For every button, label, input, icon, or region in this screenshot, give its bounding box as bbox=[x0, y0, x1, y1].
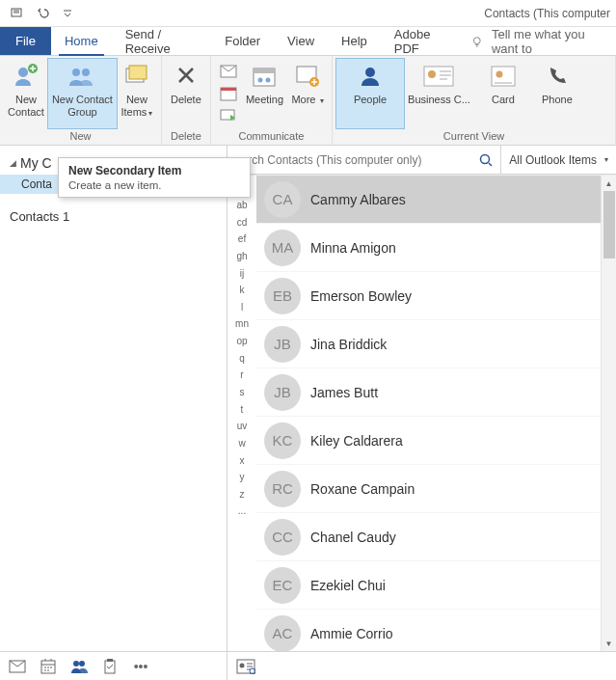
new-contact-group-button[interactable]: New Contact Group bbox=[48, 59, 117, 128]
alpha-mn[interactable]: mn bbox=[235, 315, 249, 333]
scrollbar[interactable]: ▲ ▼ bbox=[601, 176, 616, 651]
undo-icon[interactable] bbox=[31, 3, 54, 24]
content-pane: All Outlook Items ▾ 123abcdefghijklmnopq… bbox=[228, 146, 616, 680]
new-items-icon bbox=[121, 61, 153, 92]
tab-folder[interactable]: Folder bbox=[211, 27, 274, 55]
view-business-card-button[interactable]: Business C... bbox=[404, 59, 474, 128]
view-people-button[interactable]: People bbox=[336, 59, 404, 128]
search-box[interactable] bbox=[228, 146, 501, 174]
new-items-button[interactable]: New Items▾ bbox=[117, 59, 157, 128]
alpha-k[interactable]: k bbox=[240, 282, 245, 299]
search-icon[interactable] bbox=[475, 153, 496, 167]
svg-point-18 bbox=[365, 68, 375, 77]
contacts-list-wrap: 123abcdefghijklmnopqrstuvwxyz... CACammy… bbox=[228, 175, 616, 651]
alpha-w[interactable]: w bbox=[238, 435, 245, 452]
alpha-y[interactable]: y bbox=[240, 469, 245, 486]
alpha-ef[interactable]: ef bbox=[238, 231, 246, 248]
contact-row[interactable]: RCRoxane Campain bbox=[256, 465, 601, 513]
contact-row[interactable]: KCKiley Caldarera bbox=[256, 417, 601, 465]
scroll-thumb[interactable] bbox=[603, 191, 615, 258]
ribbon-group-current-view-label: Current View bbox=[333, 128, 615, 145]
alpha-r[interactable]: r bbox=[240, 367, 243, 384]
email-icon[interactable] bbox=[217, 61, 240, 82]
contact-card-icon[interactable] bbox=[233, 656, 258, 677]
new-contact-button[interactable]: New Contact bbox=[4, 59, 48, 128]
reading-pane-toolbar bbox=[228, 651, 616, 680]
navigation-pane: ◢ My C Conta Contacts 1 ••• bbox=[0, 146, 228, 680]
tab-send-receive[interactable]: Send / Receive bbox=[112, 27, 212, 55]
tell-me-label: Tell me what you want to bbox=[492, 27, 608, 56]
more-button[interactable]: More ▾ bbox=[287, 59, 328, 128]
phone-icon bbox=[541, 61, 574, 92]
meeting-button[interactable]: Meeting bbox=[242, 59, 287, 128]
forward-contact-icon[interactable] bbox=[217, 105, 240, 126]
contacts-list[interactable]: CACammy AlbaresMAMinna AmigonEBEmerson B… bbox=[256, 176, 601, 651]
view-card-button[interactable]: Card bbox=[474, 59, 532, 128]
qat-customize-icon[interactable] bbox=[56, 3, 79, 24]
ribbon-group-delete-label: Delete bbox=[162, 128, 210, 145]
contact-row[interactable]: CACammy Albares bbox=[256, 176, 601, 224]
contact-row[interactable]: CCChanel Caudy bbox=[256, 513, 601, 561]
business-card-icon bbox=[422, 61, 455, 92]
alpha-ab[interactable]: ab bbox=[236, 197, 247, 214]
alpha-...[interactable]: ... bbox=[238, 503, 246, 520]
avatar: AC bbox=[264, 615, 301, 652]
send-receive-all-icon[interactable] bbox=[6, 3, 29, 24]
calendar-switch-icon[interactable] bbox=[35, 655, 62, 678]
tab-home[interactable]: Home bbox=[51, 27, 112, 55]
tab-help[interactable]: Help bbox=[328, 27, 381, 55]
scroll-down-icon[interactable]: ▼ bbox=[602, 636, 616, 651]
mail-switch-icon[interactable] bbox=[4, 655, 31, 678]
svg-point-22 bbox=[495, 71, 502, 78]
people-switch-icon[interactable] bbox=[66, 655, 93, 678]
avatar: MA bbox=[264, 230, 301, 266]
nav-folder-contacts-1[interactable]: Contacts 1 bbox=[0, 194, 227, 230]
contact-name: Emerson Bowley bbox=[310, 288, 412, 304]
alpha-t[interactable]: t bbox=[241, 400, 244, 418]
contact-row[interactable]: ECEzekiel Chui bbox=[256, 561, 601, 610]
window-title: Contacts (This computer bbox=[484, 7, 610, 20]
contact-row[interactable]: EBEmerson Bowley bbox=[256, 272, 601, 320]
search-input[interactable] bbox=[235, 153, 475, 167]
avatar: CA bbox=[264, 181, 301, 218]
contact-row[interactable]: JBJames Butt bbox=[256, 368, 601, 417]
contact-row[interactable]: ACAmmie Corrio bbox=[256, 610, 601, 651]
svg-rect-28 bbox=[107, 659, 113, 662]
svg-point-14 bbox=[258, 78, 263, 83]
ribbon-group-new-label: New bbox=[0, 128, 161, 145]
svg-point-4 bbox=[72, 68, 80, 76]
alpha-s[interactable]: s bbox=[240, 384, 245, 401]
delete-button[interactable]: Delete bbox=[166, 59, 206, 128]
view-phone-button[interactable]: Phone bbox=[532, 59, 582, 128]
alpha-uv[interactable]: uv bbox=[237, 418, 248, 435]
tab-file[interactable]: File bbox=[0, 27, 51, 55]
svg-rect-7 bbox=[129, 66, 147, 79]
alpha-op[interactable]: op bbox=[236, 333, 247, 350]
alpha-z[interactable]: z bbox=[240, 486, 245, 503]
svg-point-15 bbox=[266, 78, 271, 83]
alpha-cd[interactable]: cd bbox=[237, 213, 248, 231]
alpha-x[interactable]: x bbox=[240, 451, 245, 469]
tab-adobe-pdf[interactable]: Adobe PDF bbox=[381, 27, 464, 55]
contact-row[interactable]: MAMinna Amigon bbox=[256, 224, 601, 272]
scope-dropdown[interactable]: All Outlook Items ▾ bbox=[501, 146, 616, 174]
contact-name: James Butt bbox=[310, 385, 378, 400]
ribbon-group-communicate: Meeting More ▾ Communicate bbox=[211, 56, 333, 145]
ribbon: New Contact New Contact Group New Items▾… bbox=[0, 56, 616, 146]
scroll-up-icon[interactable]: ▲ bbox=[602, 176, 616, 191]
tab-view[interactable]: View bbox=[274, 27, 328, 55]
contact-row[interactable]: JBJina Briddick bbox=[256, 320, 601, 368]
alpha-q[interactable]: q bbox=[239, 349, 245, 367]
meeting-icon bbox=[248, 61, 281, 92]
nav-more-icon[interactable]: ••• bbox=[127, 655, 154, 678]
alpha-gh[interactable]: gh bbox=[236, 248, 247, 265]
tasks-switch-icon[interactable] bbox=[96, 655, 123, 678]
tell-me-search[interactable]: Tell me what you want to bbox=[463, 27, 616, 55]
svg-point-25 bbox=[73, 661, 79, 666]
tooltip-title: New Secondary Item bbox=[68, 164, 240, 177]
svg-rect-10 bbox=[221, 88, 236, 91]
alpha-l[interactable]: l bbox=[241, 298, 243, 315]
alpha-ij[interactable]: ij bbox=[240, 264, 244, 282]
calendar-small-icon[interactable] bbox=[217, 83, 240, 104]
avatar: JB bbox=[264, 326, 301, 363]
